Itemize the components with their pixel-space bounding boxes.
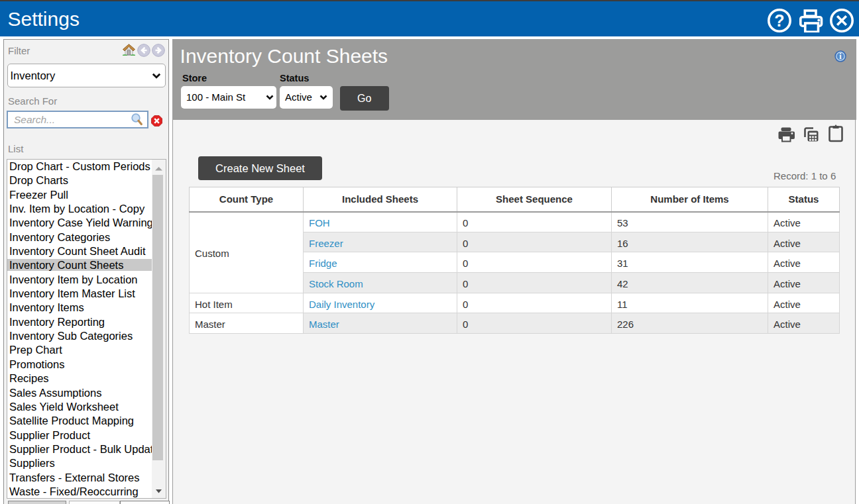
svg-text:?: ? bbox=[774, 11, 784, 30]
